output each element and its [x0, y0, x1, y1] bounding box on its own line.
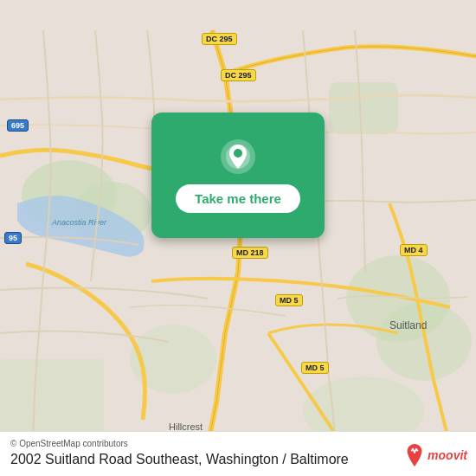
svg-point-14: [234, 149, 242, 158]
road-label-dc295-top: DC 295: [202, 33, 237, 45]
address-text: 2002 Suitland Road Southeast, Washington…: [10, 452, 466, 467]
moovit-logo: moovit: [404, 443, 467, 467]
moovit-text: moovit: [428, 448, 467, 462]
road-label-695: 695: [7, 119, 29, 132]
map-container: Anacostia River: [0, 0, 476, 476]
take-me-there-button[interactable]: Take me there: [176, 184, 300, 213]
road-label-md4: MD 4: [400, 244, 428, 256]
svg-text:Suitland: Suitland: [389, 319, 427, 331]
svg-text:Anacostia River: Anacostia River: [51, 218, 107, 227]
road-label-md218: MD 218: [232, 247, 268, 259]
road-label-dc295-mid: DC 295: [221, 69, 256, 81]
road-label-md5-top: MD 5: [275, 294, 303, 306]
address-line1: 2002 Suitland Road Southeast, Washington…: [10, 452, 286, 466]
location-pin-icon: [219, 138, 257, 176]
road-label-md5-bot: MD 5: [301, 362, 329, 374]
address-line2: Baltimore: [290, 452, 349, 466]
osm-attribution: © OpenStreetMap contributors: [10, 439, 466, 448]
moovit-pin-icon: [404, 443, 425, 467]
road-label-95: 95: [4, 232, 22, 244]
svg-rect-3: [329, 82, 398, 134]
popup-card: Take me there: [151, 113, 325, 238]
attribution-text: © OpenStreetMap contributors: [10, 439, 128, 448]
